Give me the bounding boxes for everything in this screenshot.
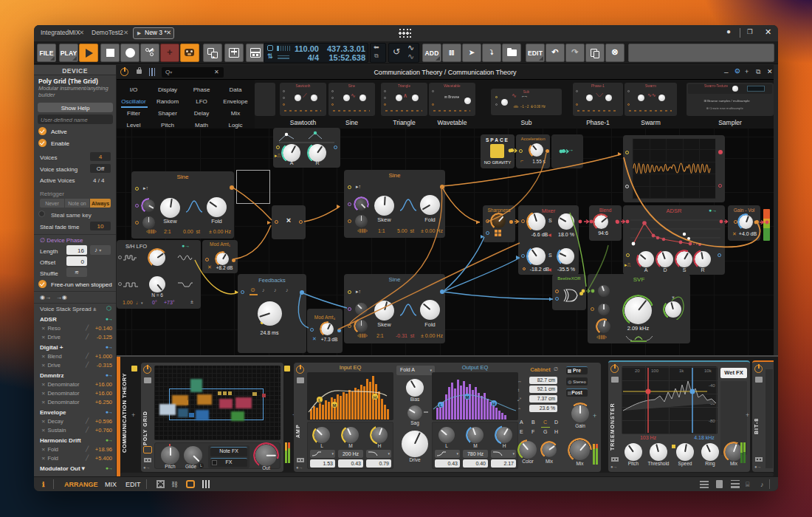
svg-text:-40: -40 — [709, 383, 715, 388]
svg-text:-80: -80 — [709, 419, 715, 423]
svg-text:H: H — [374, 395, 376, 400]
svg-text:L: L — [439, 403, 442, 408]
svg-text:M: M — [333, 403, 337, 408]
svg-text:20: 20 — [635, 369, 640, 373]
svg-text:L: L — [318, 398, 321, 403]
svg-text:1k: 1k — [679, 369, 684, 373]
svg-text:H: H — [492, 402, 495, 406]
svg-text:100: 100 — [651, 369, 659, 373]
svg-text:M: M — [466, 395, 469, 400]
svg-text:10k: 10k — [704, 369, 712, 373]
